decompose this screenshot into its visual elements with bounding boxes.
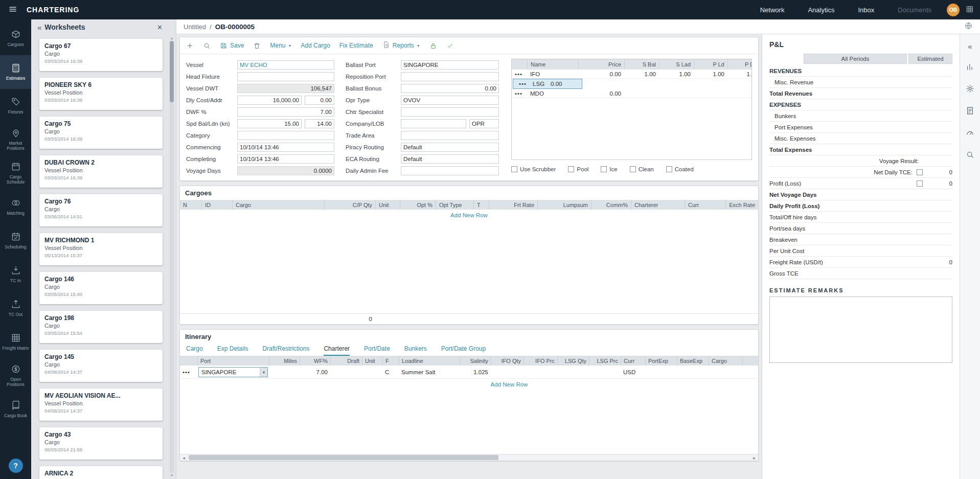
gauge-icon[interactable] <box>966 128 974 138</box>
dwf-field[interactable] <box>237 107 334 117</box>
row-menu-icon[interactable]: ••• <box>512 70 527 78</box>
speed-laden-field[interactable] <box>305 119 334 128</box>
bunker-price[interactable]: 0.00 <box>548 81 565 87</box>
worksheet-card[interactable]: MV AEOLIAN VISION AE... Vessel Position … <box>39 389 163 421</box>
worksheet-card[interactable]: Cargo 43 Cargo 06/05/2014 21:58 <box>39 427 163 460</box>
scrollbar-track[interactable] <box>170 41 174 473</box>
reposition-port-field[interactable] <box>401 72 499 81</box>
worksheet-card[interactable]: MV RICHMOND 1 Vessel Position 05/13/2014… <box>39 233 163 265</box>
menu-button[interactable]: Menu ▼ <box>270 42 291 49</box>
tab-draft-restrictions[interactable]: Draft/Restrictions <box>262 345 309 356</box>
scroll-up-icon[interactable]: ▲ <box>170 36 173 41</box>
port-select[interactable]: SINGAPORE ▼ <box>198 367 268 377</box>
rail-item-matching[interactable]: Matching <box>0 190 31 224</box>
globe-icon[interactable] <box>964 21 973 32</box>
coated-checkbox[interactable] <box>666 166 672 172</box>
close-icon[interactable]: ✕ <box>157 24 163 31</box>
tab-port-date-group[interactable]: Port/Date Group <box>441 345 486 356</box>
save-button[interactable]: Save <box>220 42 244 50</box>
document-list-icon[interactable] <box>966 106 974 116</box>
worksheet-card[interactable]: Cargo 146 Cargo 03/05/2014 15:40 <box>39 272 163 304</box>
nav-network[interactable]: Network <box>760 6 785 14</box>
lob-field[interactable] <box>469 119 499 128</box>
bunker-p-ld[interactable] <box>694 89 727 98</box>
collapse-panel-icon[interactable]: « <box>37 24 41 31</box>
rail-item-freight-matrix[interactable]: Freight Matrix <box>0 325 31 359</box>
expand-panel-icon[interactable]: « <box>968 42 972 50</box>
scrollbar-track[interactable] <box>188 454 750 461</box>
bunker-s-lad[interactable]: 1.00 <box>659 70 694 78</box>
estimate-remarks-input[interactable] <box>769 296 952 363</box>
validate-check-icon[interactable] <box>446 42 454 50</box>
search-button[interactable] <box>203 42 211 50</box>
bunker-s-lad[interactable] <box>659 89 694 98</box>
tab-exp-details[interactable]: Exp Details <box>217 345 248 356</box>
rail-item-cargoes[interactable]: Cargoes <box>0 21 31 55</box>
search-icon[interactable] <box>966 150 974 160</box>
draft-cell[interactable] <box>330 366 362 379</box>
add-cargo-button[interactable]: Add Cargo <box>301 42 330 49</box>
chart-icon[interactable] <box>966 62 974 72</box>
delete-button[interactable] <box>253 42 261 50</box>
addr-field[interactable] <box>305 96 334 105</box>
scroll-left-icon[interactable]: ◀ <box>180 454 188 461</box>
cargoes-add-new-row[interactable]: Add New Row <box>180 210 758 221</box>
nav-analytics[interactable]: Analytics <box>808 6 834 14</box>
commencing-field[interactable] <box>237 143 334 152</box>
head-fixture-field[interactable] <box>237 72 334 81</box>
tab-port-date[interactable]: Port/Date <box>364 345 390 356</box>
scroll-down-icon[interactable]: ▼ <box>170 473 173 478</box>
curr-cell[interactable]: USD <box>621 366 645 379</box>
worksheet-card[interactable]: Cargo 198 Cargo 03/05/2014 15:54 <box>39 311 163 343</box>
tab-bunkers[interactable]: Bunkers <box>404 345 427 356</box>
lock-icon[interactable] <box>429 42 437 50</box>
use-scrubber-checkbox[interactable] <box>511 166 517 172</box>
row-menu-icon[interactable]: ••• <box>516 81 530 87</box>
worksheet-card[interactable]: Cargo 145 Cargo 04/08/2014 14:37 <box>39 350 163 382</box>
profit-loss-checkbox[interactable] <box>917 180 923 187</box>
lsg-prc-cell[interactable] <box>589 366 621 379</box>
scroll-right-icon[interactable]: ▶ <box>750 454 758 461</box>
gear-icon[interactable] <box>966 84 974 94</box>
bunker-p-dis[interactable]: 1.00 <box>727 70 752 78</box>
bunker-row-ifo[interactable]: ••• IFO 0.00 1.00 1.00 1.00 1.00 <box>512 70 751 79</box>
worksheets-scrollbar[interactable]: ▲ ▼ <box>169 36 175 478</box>
nav-inbox[interactable]: Inbox <box>858 6 874 14</box>
itinerary-row[interactable]: ••• SINGAPORE ▼ 7.00 C <box>180 366 758 379</box>
rail-item-cargo-schedule[interactable]: Cargo Schedule <box>0 156 31 190</box>
portexp-cell[interactable] <box>645 366 677 379</box>
rail-item-tc-in[interactable]: TC In <box>0 258 31 291</box>
rail-item-open-positions[interactable]: Open Positions <box>0 359 31 393</box>
worksheet-card[interactable]: DUBAI CROWN 2 Vessel Position 03/03/2014… <box>39 155 163 188</box>
opr-type-field[interactable] <box>401 96 499 105</box>
unit-cell[interactable] <box>362 366 382 379</box>
nav-documents[interactable]: Documents <box>898 6 931 14</box>
bunker-row-lsg[interactable]: ••• LSG 0.00 <box>513 79 582 89</box>
worksheet-card[interactable]: Cargo 67 Cargo 03/03/2014 16:39 <box>39 39 163 71</box>
bunker-s-bal[interactable]: 1.00 <box>624 70 659 78</box>
add-button[interactable] <box>186 42 194 50</box>
trade-area-field[interactable] <box>401 131 499 140</box>
miles-cell[interactable] <box>269 366 300 379</box>
pool-checkbox[interactable] <box>568 166 574 172</box>
ice-checkbox[interactable] <box>601 166 607 172</box>
rail-item-estimates[interactable]: Estimates <box>0 55 31 89</box>
rail-item-tc-out[interactable]: TC Out <box>0 291 31 325</box>
bunker-price[interactable]: 0.00 <box>578 89 624 98</box>
wf-cell[interactable]: 7.00 <box>300 366 330 379</box>
fix-estimate-button[interactable]: Fix Estimate <box>339 42 373 49</box>
rail-item-market-positions[interactable]: Market Positions <box>0 123 31 156</box>
category-field[interactable] <box>237 131 334 140</box>
loadline-cell[interactable]: Summer Salt <box>399 366 460 379</box>
avatar[interactable]: OB <box>947 4 960 16</box>
daily-cost-field[interactable] <box>237 96 302 105</box>
ifo-qty-cell[interactable] <box>491 366 523 379</box>
worksheet-card[interactable]: Cargo 76 Cargo 03/06/2014 14:51 <box>39 194 163 226</box>
clean-checkbox[interactable] <box>630 166 636 172</box>
vessel-field[interactable] <box>237 60 334 70</box>
salinity-cell[interactable]: 1.025 <box>460 366 491 379</box>
speed-ballast-field[interactable] <box>237 119 302 128</box>
grid-apps-icon[interactable] <box>966 5 974 15</box>
chevron-down-icon[interactable]: ▼ <box>260 368 267 377</box>
ifo-prc-cell[interactable] <box>523 366 557 379</box>
